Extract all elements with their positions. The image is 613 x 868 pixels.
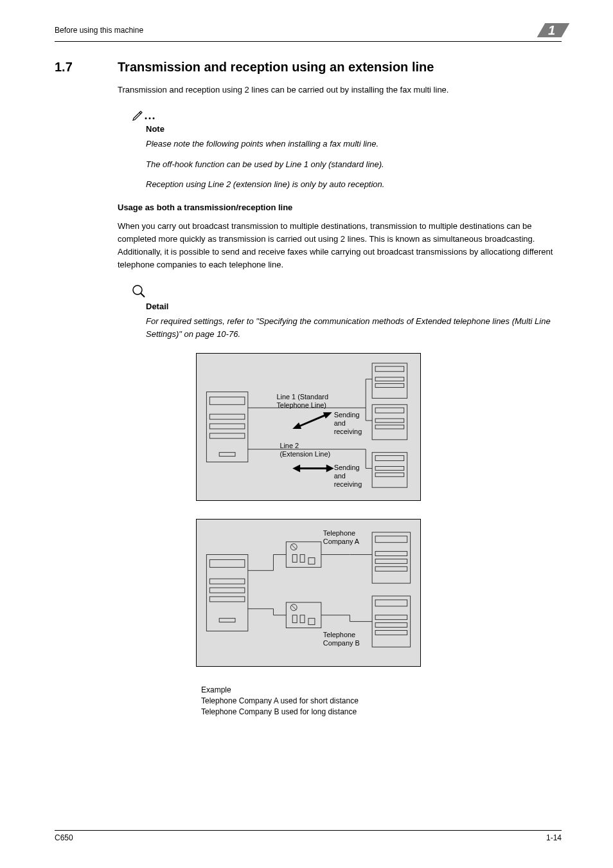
svg-line-27 bbox=[298, 414, 328, 427]
svg-text:Telephone Line): Telephone Line) bbox=[276, 401, 326, 409]
example-caption: Example Telephone Company A used for sho… bbox=[201, 685, 562, 717]
svg-text:(Extension Line): (Extension Line) bbox=[280, 450, 330, 458]
usage-paragraph: When you carry out broadcast transmissio… bbox=[118, 220, 562, 272]
company-b-label: Telephone bbox=[323, 631, 355, 639]
svg-rect-43 bbox=[372, 532, 410, 583]
svg-line-4 bbox=[141, 293, 145, 297]
page-header: Before using this machine 1 bbox=[55, 26, 562, 42]
svg-text:Sending: Sending bbox=[333, 464, 359, 472]
svg-text:receiving: receiving bbox=[333, 428, 362, 435]
note-pencil-icon bbox=[132, 109, 157, 123]
intro-paragraph: Transmission and reception using 2 lines… bbox=[118, 84, 562, 96]
section-heading: 1.7 Transmission and reception using an … bbox=[55, 60, 562, 75]
svg-marker-28 bbox=[292, 422, 301, 429]
svg-point-0 bbox=[145, 118, 147, 120]
note-callout: Note Please note the following points wh… bbox=[132, 109, 562, 191]
svg-point-1 bbox=[149, 118, 151, 120]
note-label: Note bbox=[146, 124, 562, 134]
svg-text:receiving: receiving bbox=[333, 480, 362, 488]
svg-rect-5 bbox=[206, 392, 247, 462]
svg-rect-15 bbox=[372, 405, 407, 440]
footer-page: 1-14 bbox=[546, 833, 562, 842]
section-title: Transmission and reception using an exte… bbox=[118, 60, 434, 75]
chapter-number-badge: 1 bbox=[539, 23, 562, 37]
line1-label: Line 1 (Standard bbox=[276, 393, 328, 401]
usage-subheading: Usage as both a transmission/reception l… bbox=[118, 203, 562, 212]
svg-rect-11 bbox=[372, 363, 407, 399]
company-a-label: Telephone bbox=[323, 529, 355, 537]
svg-text:Company A: Company A bbox=[323, 538, 359, 545]
diagram-telephone-companies: Telephone Company A Telephone Company B bbox=[196, 519, 421, 667]
svg-text:and: and bbox=[333, 472, 345, 480]
detail-body: For required settings, refer to "Specify… bbox=[146, 315, 562, 340]
svg-rect-48 bbox=[372, 596, 410, 647]
detail-magnifier-icon bbox=[132, 284, 146, 300]
svg-text:Sending: Sending bbox=[333, 411, 359, 419]
page-footer: C650 1-14 bbox=[55, 830, 562, 842]
svg-marker-36 bbox=[326, 465, 333, 473]
line2-label: Line 2 bbox=[280, 442, 299, 449]
svg-text:Company B: Company B bbox=[323, 639, 359, 647]
chapter-breadcrumb: Before using this machine bbox=[55, 26, 143, 35]
svg-point-3 bbox=[133, 285, 142, 294]
svg-marker-35 bbox=[292, 465, 300, 473]
detail-label: Detail bbox=[146, 302, 562, 311]
svg-point-2 bbox=[153, 118, 155, 120]
note-body: Please note the following points when in… bbox=[146, 138, 562, 191]
section-number: 1.7 bbox=[55, 60, 98, 75]
svg-marker-29 bbox=[323, 412, 332, 419]
svg-text:and: and bbox=[333, 419, 345, 427]
footer-model: C650 bbox=[55, 833, 73, 842]
detail-callout: Detail For required settings, refer to "… bbox=[132, 284, 562, 340]
diagram-line-usage: Line 1 (Standard Telephone Line) Sending… bbox=[196, 353, 421, 501]
